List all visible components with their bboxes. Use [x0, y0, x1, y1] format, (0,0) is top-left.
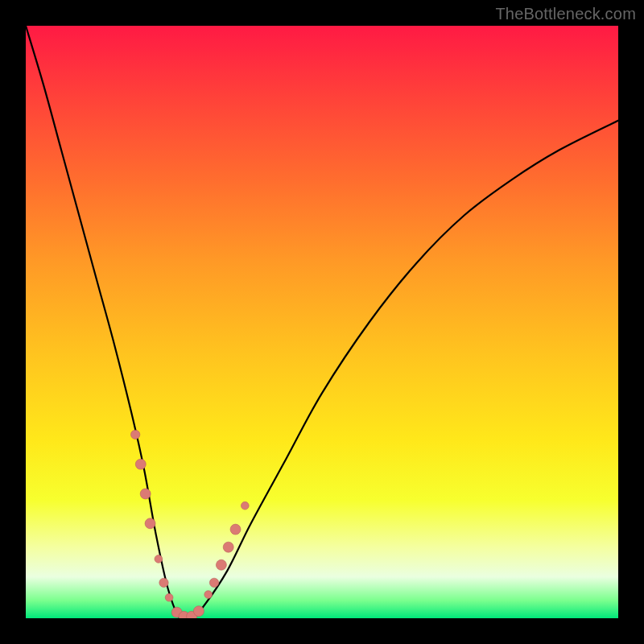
plot-area	[26, 26, 618, 618]
curve-bead	[204, 591, 213, 599]
curve-bead	[165, 593, 173, 601]
curve-bead	[135, 459, 146, 469]
curve-bead	[209, 578, 218, 587]
curve-bead	[155, 555, 163, 564]
curve-bead	[241, 502, 249, 510]
curve-bead	[159, 578, 168, 587]
watermark-text: TheBottleneck.com	[495, 5, 636, 23]
curve-bead	[223, 542, 233, 552]
bottleneck-curve	[26, 26, 618, 618]
curve-layer	[26, 26, 618, 618]
curve-bead	[193, 606, 204, 617]
outer-frame: TheBottleneck.com	[0, 0, 644, 644]
curve-bead	[130, 430, 139, 439]
curve-bead	[140, 489, 151, 499]
curve-bead	[216, 559, 226, 570]
curve-bead	[145, 518, 155, 529]
curve-bead	[230, 524, 241, 535]
bead-group	[130, 430, 249, 618]
